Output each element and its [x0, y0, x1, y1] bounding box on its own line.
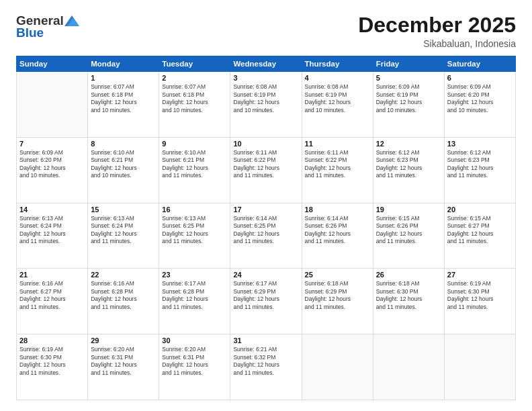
day-info: Sunrise: 6:13 AM Sunset: 6:24 PM Dayligh… — [19, 215, 85, 246]
day-info: Sunrise: 6:15 AM Sunset: 6:26 PM Dayligh… — [376, 215, 441, 246]
table-row: 3Sunrise: 6:08 AM Sunset: 6:19 PM Daylig… — [230, 72, 302, 138]
table-row: 4Sunrise: 6:08 AM Sunset: 6:19 PM Daylig… — [302, 72, 373, 138]
day-number: 10 — [233, 140, 298, 148]
table-row — [444, 334, 515, 400]
day-info: Sunrise: 6:13 AM Sunset: 6:25 PM Dayligh… — [162, 215, 227, 246]
table-row: 29Sunrise: 6:20 AM Sunset: 6:31 PM Dayli… — [88, 334, 159, 400]
day-info: Sunrise: 6:19 AM Sunset: 6:30 PM Dayligh… — [19, 346, 85, 377]
day-info: Sunrise: 6:16 AM Sunset: 6:28 PM Dayligh… — [91, 280, 156, 311]
day-number: 22 — [91, 271, 156, 279]
day-info: Sunrise: 6:12 AM Sunset: 6:23 PM Dayligh… — [447, 149, 513, 180]
day-number: 15 — [91, 205, 156, 214]
logo: General Blue — [16, 13, 80, 40]
header: General Blue December 2025 Sikabaluan, I… — [16, 13, 516, 49]
day-info: Sunrise: 6:07 AM Sunset: 6:18 PM Dayligh… — [91, 83, 156, 114]
page: General Blue December 2025 Sikabaluan, I… — [0, 0, 532, 411]
day-info: Sunrise: 6:21 AM Sunset: 6:32 PM Dayligh… — [233, 346, 298, 377]
table-row: 9Sunrise: 6:10 AM Sunset: 6:21 PM Daylig… — [159, 137, 230, 203]
table-row: 17Sunrise: 6:14 AM Sunset: 6:25 PM Dayli… — [230, 203, 302, 269]
day-info: Sunrise: 6:19 AM Sunset: 6:30 PM Dayligh… — [447, 280, 513, 311]
day-number: 31 — [233, 336, 298, 345]
day-number: 20 — [447, 205, 513, 214]
day-number: 28 — [19, 336, 85, 345]
calendar-header-row: Sunday Monday Tuesday Wednesday Thursday… — [17, 56, 516, 72]
header-friday: Friday — [373, 56, 444, 72]
day-info: Sunrise: 6:18 AM Sunset: 6:29 PM Dayligh… — [305, 280, 370, 311]
day-info: Sunrise: 6:08 AM Sunset: 6:19 PM Dayligh… — [305, 83, 370, 114]
day-number: 6 — [447, 74, 513, 82]
day-info: Sunrise: 6:20 AM Sunset: 6:31 PM Dayligh… — [91, 346, 156, 377]
header-wednesday: Wednesday — [230, 56, 302, 72]
table-row: 7Sunrise: 6:09 AM Sunset: 6:20 PM Daylig… — [17, 137, 88, 203]
table-row: 6Sunrise: 6:09 AM Sunset: 6:20 PM Daylig… — [444, 72, 515, 138]
header-tuesday: Tuesday — [159, 56, 230, 72]
table-row: 12Sunrise: 6:12 AM Sunset: 6:23 PM Dayli… — [373, 137, 444, 203]
day-number: 4 — [305, 74, 370, 82]
logo-blue: Blue — [16, 26, 44, 40]
day-info: Sunrise: 6:11 AM Sunset: 6:22 PM Dayligh… — [233, 149, 298, 180]
day-info: Sunrise: 6:16 AM Sunset: 6:27 PM Dayligh… — [19, 280, 85, 311]
day-number: 7 — [19, 140, 85, 148]
table-row: 8Sunrise: 6:10 AM Sunset: 6:21 PM Daylig… — [88, 137, 159, 203]
table-row: 10Sunrise: 6:11 AM Sunset: 6:22 PM Dayli… — [230, 137, 302, 203]
day-number: 3 — [233, 74, 298, 82]
day-info: Sunrise: 6:09 AM Sunset: 6:20 PM Dayligh… — [447, 83, 513, 114]
table-row — [17, 72, 88, 138]
table-row: 26Sunrise: 6:18 AM Sunset: 6:30 PM Dayli… — [373, 269, 444, 334]
day-number: 24 — [233, 271, 298, 279]
day-number: 30 — [162, 336, 227, 345]
day-number: 11 — [305, 140, 370, 148]
day-number: 17 — [233, 205, 298, 214]
table-row: 15Sunrise: 6:13 AM Sunset: 6:24 PM Dayli… — [88, 203, 159, 269]
day-number: 13 — [447, 140, 513, 148]
table-row: 27Sunrise: 6:19 AM Sunset: 6:30 PM Dayli… — [444, 269, 515, 334]
day-number: 26 — [376, 271, 441, 279]
calendar-week-row: 1Sunrise: 6:07 AM Sunset: 6:18 PM Daylig… — [17, 72, 516, 138]
day-info: Sunrise: 6:14 AM Sunset: 6:26 PM Dayligh… — [305, 215, 370, 246]
header-monday: Monday — [88, 56, 159, 72]
day-number: 1 — [91, 74, 156, 82]
header-sunday: Sunday — [17, 56, 88, 72]
day-number: 23 — [162, 271, 227, 279]
day-number: 18 — [305, 205, 370, 214]
table-row: 1Sunrise: 6:07 AM Sunset: 6:18 PM Daylig… — [88, 72, 159, 138]
day-info: Sunrise: 6:13 AM Sunset: 6:24 PM Dayligh… — [91, 215, 156, 246]
day-number: 5 — [376, 74, 441, 82]
day-info: Sunrise: 6:10 AM Sunset: 6:21 PM Dayligh… — [91, 149, 156, 180]
day-info: Sunrise: 6:14 AM Sunset: 6:25 PM Dayligh… — [233, 215, 298, 246]
table-row: 19Sunrise: 6:15 AM Sunset: 6:26 PM Dayli… — [373, 203, 444, 269]
calendar-week-row: 28Sunrise: 6:19 AM Sunset: 6:30 PM Dayli… — [17, 334, 516, 400]
table-row: 2Sunrise: 6:07 AM Sunset: 6:18 PM Daylig… — [159, 72, 230, 138]
table-row — [302, 334, 373, 400]
day-number: 2 — [162, 74, 227, 82]
table-row: 18Sunrise: 6:14 AM Sunset: 6:26 PM Dayli… — [302, 203, 373, 269]
calendar-week-row: 7Sunrise: 6:09 AM Sunset: 6:20 PM Daylig… — [17, 137, 516, 203]
day-info: Sunrise: 6:17 AM Sunset: 6:29 PM Dayligh… — [233, 280, 298, 311]
table-row: 22Sunrise: 6:16 AM Sunset: 6:28 PM Dayli… — [88, 269, 159, 334]
table-row: 16Sunrise: 6:13 AM Sunset: 6:25 PM Dayli… — [159, 203, 230, 269]
day-number: 29 — [91, 336, 156, 345]
table-row: 31Sunrise: 6:21 AM Sunset: 6:32 PM Dayli… — [230, 334, 302, 400]
table-row: 11Sunrise: 6:11 AM Sunset: 6:22 PM Dayli… — [302, 137, 373, 203]
day-number: 8 — [91, 140, 156, 148]
calendar-table: Sunday Monday Tuesday Wednesday Thursday… — [16, 56, 516, 400]
day-info: Sunrise: 6:08 AM Sunset: 6:19 PM Dayligh… — [233, 83, 298, 114]
month-title: December 2025 — [358, 13, 516, 37]
day-number: 9 — [162, 140, 227, 148]
day-number: 12 — [376, 140, 441, 148]
day-info: Sunrise: 6:09 AM Sunset: 6:20 PM Dayligh… — [19, 149, 85, 180]
logo-icon — [64, 15, 79, 26]
table-row: 14Sunrise: 6:13 AM Sunset: 6:24 PM Dayli… — [17, 203, 88, 269]
day-info: Sunrise: 6:17 AM Sunset: 6:28 PM Dayligh… — [162, 280, 227, 311]
day-number: 25 — [305, 271, 370, 279]
day-info: Sunrise: 6:09 AM Sunset: 6:19 PM Dayligh… — [376, 83, 441, 114]
day-number: 27 — [447, 271, 513, 279]
day-number: 14 — [19, 205, 85, 214]
location: Sikabaluan, Indonesia — [358, 38, 516, 49]
header-saturday: Saturday — [444, 56, 515, 72]
day-info: Sunrise: 6:07 AM Sunset: 6:18 PM Dayligh… — [162, 83, 227, 114]
day-info: Sunrise: 6:20 AM Sunset: 6:31 PM Dayligh… — [162, 346, 227, 377]
day-info: Sunrise: 6:12 AM Sunset: 6:23 PM Dayligh… — [376, 149, 441, 180]
table-row: 25Sunrise: 6:18 AM Sunset: 6:29 PM Dayli… — [302, 269, 373, 334]
table-row: 30Sunrise: 6:20 AM Sunset: 6:31 PM Dayli… — [159, 334, 230, 400]
